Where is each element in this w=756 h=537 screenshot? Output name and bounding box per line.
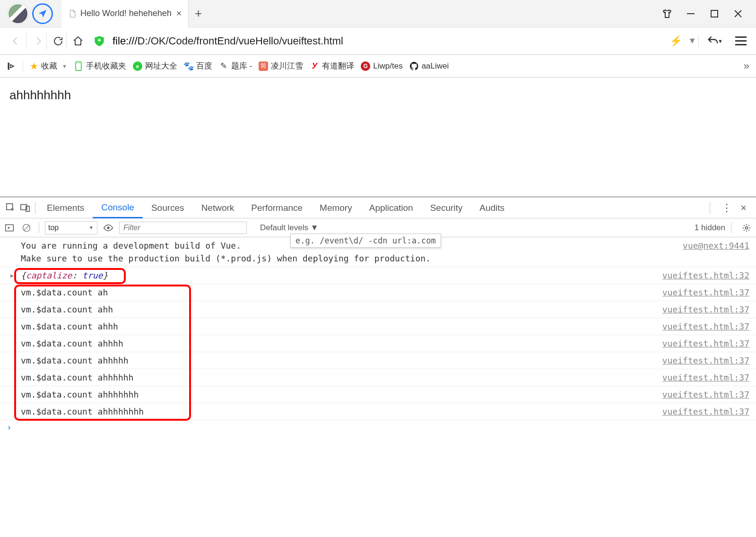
gitee-icon: G [361,61,370,71]
console-row: vm.$data.count ahhhhvueiftest.html:37 [0,335,756,352]
phone-icon [74,61,83,71]
fast-mode-icon[interactable]: ⚡ [669,35,682,47]
main-menu-button[interactable] [735,36,749,45]
tab-security[interactable]: Security [422,198,471,218]
source-link[interactable]: vueiftest.html:37 [662,354,749,367]
undo-close-button[interactable]: ▼ [706,35,723,48]
tab-application[interactable]: Application [361,198,422,218]
browser-tab[interactable]: Hello World! heheheheh × [61,0,189,27]
source-link[interactable]: vueiftest.html:37 [662,303,749,316]
tab-console[interactable]: Console [93,198,143,218]
console-row: vm.$data.count ahvueiftest.html:37 [0,284,756,301]
context-select[interactable]: top [45,221,97,234]
devtools-tabs: Elements Console Sources Network Perform… [0,198,756,218]
360-icon: e [133,61,142,71]
bookmark-quiz[interactable]: ✎题库 - [219,61,252,71]
bookmarks-toggle-icon[interactable] [7,61,16,71]
pen-icon: ✎ [219,61,228,71]
reload-button[interactable] [46,32,64,50]
page-text: ahhhhhhhh [9,88,71,102]
filter-input[interactable] [119,222,247,234]
svg-line-8 [24,225,29,230]
bookmark-youdao[interactable]: У有道翻译 [310,61,354,71]
tshirt-icon[interactable] [661,8,673,19]
device-toggle-icon[interactable] [18,203,32,213]
devtools-close-icon[interactable]: × [740,202,747,214]
console-output: You are running a development build of V… [0,237,756,448]
console-row: vm.$data.count ahhhvueiftest.html:37 [0,318,756,335]
star-icon: ★ [30,61,38,72]
tab-network[interactable]: Network [193,198,243,218]
live-expression-icon[interactable] [103,223,113,233]
console-prompt[interactable]: › [0,420,756,434]
source-link[interactable]: vueiftest.html:37 [662,320,749,333]
bookmark-jianshu[interactable]: 简凌川江雪 [259,61,303,71]
source-link[interactable]: vue@next:9441 [683,239,749,265]
svg-rect-2 [76,61,81,70]
source-link[interactable]: vueiftest.html:37 [662,371,749,384]
security-shield-icon[interactable] [93,35,106,48]
svg-point-10 [746,226,748,229]
tab-performance[interactable]: Performance [243,198,311,218]
filter-tooltip: e.g. /event\d/ -cdn url:a.com [290,234,441,248]
file-icon [68,9,77,18]
minimize-button[interactable] [685,8,696,19]
source-link[interactable]: vueiftest.html:37 [662,337,749,350]
home-button[interactable] [66,32,84,50]
log-levels-dropdown[interactable]: Default levels ▼ [260,223,319,233]
tab-title: Hello World! heheheheh [80,9,172,18]
hidden-count[interactable]: 1 hidden [695,223,725,233]
clear-console-icon[interactable] [22,223,33,233]
bookmarks-bar: ★收藏▼ 手机收藏夹 e网址大全 🐾百度 ✎题库 - 简凌川江雪 У有道翻译 G… [0,55,756,78]
console-row: vm.$data.count ahhhhhvueiftest.html:37 [0,352,756,369]
bookmark-mobile[interactable]: 手机收藏夹 [74,61,126,71]
address-bar[interactable]: file:///D:/OK/Code/frontEnd/vueHello/vue… [111,33,664,49]
tab-close-button[interactable]: × [176,8,182,19]
bookmark-baidu[interactable]: 🐾百度 [184,61,212,71]
tab-audits[interactable]: Audits [471,198,513,218]
title-bar: Hello World! heheheheh × + [0,0,756,27]
baidu-icon: 🐾 [184,61,193,71]
browser-logo-icon[interactable] [32,3,53,24]
console-row-object[interactable]: ▶ {captalize: true} vueiftest.html:32 [0,267,756,284]
source-link[interactable]: vueiftest.html:37 [662,286,749,299]
nav-toolbar: file:///D:/OK/Code/frontEnd/vueHello/vue… [0,27,756,55]
page-content: ahhhhhhhh [0,78,756,196]
console-row: vm.$data.count ahhhhhhhhvueiftest.html:3… [0,403,756,420]
source-link[interactable]: vueiftest.html:37 [662,388,749,401]
console-row: vm.$data.count ahhvueiftest.html:37 [0,301,756,318]
bookmark-github[interactable]: aaLiwei [409,61,449,71]
devtools-menu-icon[interactable]: ⋮ [721,202,732,214]
console-row: vm.$data.count ahhhhhhvueiftest.html:37 [0,369,756,386]
url-dropdown-icon[interactable]: ▼ [688,36,696,46]
bookmarks-overflow-button[interactable]: » [744,60,749,72]
bookmark-favorites[interactable]: ★收藏▼ [30,61,67,72]
source-link[interactable]: vueiftest.html:37 [662,405,749,418]
svg-point-9 [107,226,110,229]
expand-triangle-icon[interactable]: ▶ [10,271,14,280]
jianshu-icon: 简 [259,61,268,71]
back-button[interactable] [7,32,25,50]
tab-sources[interactable]: Sources [143,198,193,218]
source-link[interactable]: vueiftest.html:32 [662,269,749,282]
new-tab-button[interactable]: + [189,6,208,21]
forward-button[interactable] [26,32,44,50]
devtools-panel: Elements Console Sources Network Perform… [0,196,756,448]
profile-avatar[interactable] [8,3,28,24]
github-icon [409,61,419,71]
console-settings-icon[interactable] [742,223,751,233]
maximize-button[interactable] [709,8,720,19]
console-row: vm.$data.count ahhhhhhhvueiftest.html:37 [0,386,756,403]
svg-rect-1 [711,10,718,17]
inspect-element-icon[interactable] [4,203,18,213]
bookmark-sites[interactable]: e网址大全 [133,61,177,71]
close-window-button[interactable] [732,8,744,19]
youdao-icon: У [310,61,319,71]
execute-icon[interactable] [5,223,16,233]
tab-memory[interactable]: Memory [311,198,361,218]
console-toolbar: top Default levels ▼ 1 hidden e.g. /even… [0,218,756,237]
tab-elements[interactable]: Elements [38,198,93,218]
bookmark-gitee[interactable]: GLiwp/tes [361,61,402,71]
